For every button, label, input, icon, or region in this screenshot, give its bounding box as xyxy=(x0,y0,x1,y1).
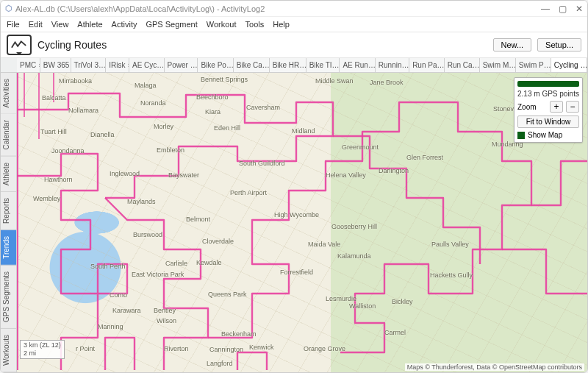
doc-tab[interactable]: AE Cyc…× xyxy=(129,58,165,72)
new-button[interactable]: New... xyxy=(493,38,532,51)
chart-icon xyxy=(7,35,32,55)
doc-tab[interactable]: Bike HR…× xyxy=(270,58,306,72)
doc-tab[interactable]: IRisk× xyxy=(106,58,129,72)
side-tab-trends[interactable]: Trends xyxy=(1,230,16,266)
maximize-button[interactable]: ▢ xyxy=(559,4,567,14)
minimize-button[interactable]: — xyxy=(541,4,550,14)
side-tab-workouts[interactable]: Workouts xyxy=(1,329,16,372)
side-tab-activities[interactable]: Activities xyxy=(1,73,16,114)
doc-tab[interactable]: Run Ca…× xyxy=(445,58,480,72)
show-map-checkbox[interactable] xyxy=(517,132,525,139)
doc-tab-label: Bike Po… xyxy=(201,61,233,69)
map-control-panel: 2.13 m GPS points Zoom + − Fit to Window… xyxy=(514,77,583,143)
doc-tab-label: Bike HR… xyxy=(273,61,306,69)
side-tab-reports[interactable]: Reports xyxy=(1,192,16,230)
menu-tools[interactable]: Tools xyxy=(245,20,265,29)
menu-gps-segment[interactable]: GPS Segment xyxy=(146,20,197,29)
menu-view[interactable]: View xyxy=(51,20,69,29)
app-window: ⬡ Alex-AL.db (C:\Users\alexh\AppData\Loc… xyxy=(0,0,588,373)
doc-tab[interactable]: Bike Ca…× xyxy=(234,58,270,72)
doc-tab[interactable]: Power …× xyxy=(165,58,198,72)
doc-tab[interactable]: TriVol 3…× xyxy=(71,58,107,72)
doc-tab-label: Swim M… xyxy=(483,61,516,69)
doc-tab[interactable]: Bike Po…× xyxy=(198,58,233,72)
doc-tab-label: Bike TI… xyxy=(309,61,340,69)
doc-tab[interactable]: PMC× xyxy=(17,58,40,72)
menu-help[interactable]: Help xyxy=(273,20,290,29)
side-tab-athlete[interactable]: Athlete xyxy=(1,157,16,192)
map-attribution: Maps © Thunderforest, Data © OpenStreetM… xyxy=(405,363,584,371)
zoom-in-button[interactable]: + xyxy=(550,101,563,113)
scale-mi: 2 mi xyxy=(24,349,61,358)
fit-to-window-button[interactable]: Fit to Window xyxy=(517,116,579,128)
doc-tab-label: BW 365 xyxy=(43,61,70,69)
doc-tab[interactable]: Swim P…× xyxy=(516,58,551,72)
setup-button[interactable]: Setup... xyxy=(537,38,581,51)
menubar: File Edit View Athlete Activity GPS Segm… xyxy=(1,17,587,32)
density-bar xyxy=(517,81,579,87)
gps-tracks-overlay xyxy=(17,73,587,370)
menu-activity[interactable]: Activity xyxy=(112,20,137,29)
close-button[interactable]: ✕ xyxy=(576,4,583,14)
doc-tab[interactable]: Runnin…× xyxy=(376,58,409,72)
doc-tab[interactable]: Cycling …× xyxy=(551,58,587,72)
menu-workout[interactable]: Workout xyxy=(207,20,237,29)
doc-tab-label: Swim P… xyxy=(519,61,551,69)
doc-tab-label: AE Run… xyxy=(343,61,375,69)
doc-tab[interactable]: Swim M…× xyxy=(480,58,516,72)
doc-tab-label: Run Pa… xyxy=(412,61,444,69)
doc-tab-label: Cycling … xyxy=(554,61,587,69)
menu-file[interactable]: File xyxy=(7,20,20,29)
doc-tab-label: Bike Ca… xyxy=(237,61,270,69)
app-icon: ⬡ xyxy=(5,4,12,13)
zoom-out-button[interactable]: − xyxy=(566,101,579,113)
window-title: Alex-AL.db (C:\Users\alexh\AppData\Local… xyxy=(15,4,541,13)
show-map-label: Show Map xyxy=(528,131,562,139)
page-title: Cycling Routes xyxy=(37,39,487,51)
gps-point-count: 2.13 m GPS points xyxy=(517,90,579,98)
titlebar: ⬡ Alex-AL.db (C:\Users\alexh\AppData\Loc… xyxy=(1,1,587,17)
page-header: Cycling Routes New... Setup... xyxy=(1,32,587,58)
doc-tab-label: Run Ca… xyxy=(448,61,480,69)
doc-tab[interactable]: Bike TI…× xyxy=(306,58,340,72)
scale-indicator: 3 km (ZL 12) 2 mi xyxy=(20,340,65,359)
side-tab-gps-segments[interactable]: GPS Segments xyxy=(1,266,16,329)
doc-tab-label: Runnin… xyxy=(379,61,409,69)
doc-tab-label: IRisk xyxy=(109,61,125,69)
doc-tab[interactable]: AE Run…× xyxy=(340,58,375,72)
document-tabstrip: PMC×BW 365×TriVol 3…×IRisk×AE Cyc…×Power… xyxy=(1,58,587,73)
menu-athlete[interactable]: Athlete xyxy=(77,20,102,29)
doc-tab-label: AE Cyc… xyxy=(132,61,164,69)
scale-km: 3 km (ZL 12) xyxy=(24,341,61,349)
doc-tab[interactable]: BW 365× xyxy=(40,58,71,72)
doc-tab-label: TriVol 3… xyxy=(74,61,107,69)
doc-tab[interactable]: Run Pa…× xyxy=(409,58,445,72)
side-tab-calendar[interactable]: Calendar xyxy=(1,114,16,157)
side-tabstrip: ActivitiesCalendarAthleteReportsTrendsGP… xyxy=(1,73,17,372)
map-viewport[interactable]: MirrabookaBalcattaNollamaraTuart HillDia… xyxy=(17,73,587,372)
menu-edit[interactable]: Edit xyxy=(29,20,43,29)
doc-tab-label: PMC xyxy=(20,61,36,69)
zoom-label: Zoom xyxy=(517,103,547,111)
doc-tab-label: Power … xyxy=(168,61,198,69)
